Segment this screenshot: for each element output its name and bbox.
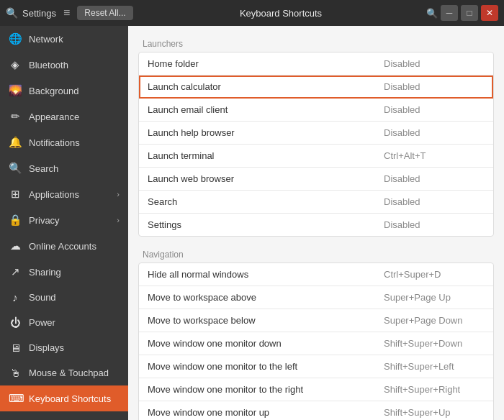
titlebar-search-icon2[interactable]: 🔍 xyxy=(426,8,438,19)
power-icon: ⏻ xyxy=(9,316,22,329)
shortcut-key-launch-terminal: Ctrl+Alt+T xyxy=(384,150,485,161)
sidebar-label-displays: Displays xyxy=(29,342,120,353)
shortcut-row-launch-web[interactable]: Launch web browser Disabled xyxy=(139,168,493,191)
titlebar-left: 🔍 Settings ≡ Reset All... xyxy=(6,5,135,21)
sidebar-label-search: Search xyxy=(29,163,120,174)
close-button[interactable]: ✕ xyxy=(481,5,498,21)
sidebar-item-sound[interactable]: ♪ Sound xyxy=(0,285,128,310)
shortcut-key-workspace-below: Super+Page Down xyxy=(384,315,485,326)
shortcut-table-launchers: Home folder Disabled Launch calculator D… xyxy=(138,52,494,237)
sidebar-label-notifications: Notifications xyxy=(29,137,120,148)
bluetooth-icon: ◈ xyxy=(9,58,22,71)
sidebar-item-background[interactable]: 🌄 Background xyxy=(0,78,128,104)
shortcut-key-launch-web: Disabled xyxy=(384,173,485,184)
sidebar-item-displays[interactable]: 🖥 Displays xyxy=(0,335,128,360)
shortcut-row-window-monitor-left[interactable]: Move window one monitor to the left Shif… xyxy=(139,355,493,378)
shortcut-row-search-shortcut[interactable]: Search Disabled xyxy=(139,191,493,214)
shortcut-row-launch-email[interactable]: Launch email client Disabled xyxy=(139,99,493,122)
shortcut-row-launch-help[interactable]: Launch help browser Disabled xyxy=(139,122,493,145)
displays-icon: 🖥 xyxy=(9,342,22,354)
section-navigation: Navigation Hide all normal windows Ctrl+… xyxy=(138,244,494,420)
sidebar-item-keyboard-shortcuts[interactable]: ⌨ Keyboard Shortcuts xyxy=(0,385,128,411)
keyboard-shortcuts-icon: ⌨ xyxy=(9,392,22,405)
sidebar-label-online-accounts: Online Accounts xyxy=(29,241,120,252)
network-icon: 🌐 xyxy=(9,32,22,45)
shortcut-name-workspace-above: Move to workspace above xyxy=(148,292,384,303)
shortcut-name-settings-shortcut: Settings xyxy=(148,219,384,230)
privacy-icon: 🔒 xyxy=(9,214,22,227)
sidebar-label-power: Power xyxy=(29,317,120,328)
sidebar-item-notifications[interactable]: 🔔 Notifications xyxy=(0,129,128,155)
sidebar-item-privacy[interactable]: 🔒 Privacy › xyxy=(0,207,128,233)
shortcut-row-launch-terminal[interactable]: Launch terminal Ctrl+Alt+T xyxy=(139,145,493,168)
mouse-touchpad-icon: 🖱 xyxy=(9,367,22,379)
app-title: Settings xyxy=(22,8,56,19)
sidebar-label-bluetooth: Bluetooth xyxy=(29,60,120,70)
shortcut-row-window-monitor-up[interactable]: Move window one monitor up Shift+Super+U… xyxy=(139,401,493,420)
section-title-navigation: Navigation xyxy=(138,244,494,262)
shortcut-row-window-monitor-right[interactable]: Move window one monitor to the right Shi… xyxy=(139,378,493,401)
shortcut-row-settings-shortcut[interactable]: Settings Disabled xyxy=(139,214,493,236)
sidebar-item-search[interactable]: 🔍 Search xyxy=(0,155,128,181)
titlebar: 🔍 Settings ≡ Reset All... Keyboard Short… xyxy=(0,0,504,26)
background-icon: 🌄 xyxy=(9,84,22,97)
notifications-icon: 🔔 xyxy=(9,136,22,149)
shortcut-key-window-monitor-right: Shift+Super+Right xyxy=(384,384,485,395)
sidebar-label-appearance: Appearance xyxy=(29,111,120,122)
sidebar-label-sound: Sound xyxy=(29,292,120,303)
sidebar-label-mouse-touchpad: Mouse & Touchpad xyxy=(29,368,120,378)
shortcut-row-workspace-below[interactable]: Move to workspace below Super+Page Down xyxy=(139,309,493,332)
applications-icon: ⊞ xyxy=(9,188,22,201)
menu-button[interactable]: ≡ xyxy=(60,5,73,21)
shortcut-name-home-folder: Home folder xyxy=(148,58,384,69)
sidebar-label-background: Background xyxy=(29,86,120,96)
sidebar-item-appearance[interactable]: ✏ Appearance xyxy=(0,104,128,129)
shortcut-name-hide-windows: Hide all normal windows xyxy=(148,269,384,280)
shortcut-name-window-monitor-right: Move window one monitor to the right xyxy=(148,384,384,395)
sidebar-item-power[interactable]: ⏻ Power xyxy=(0,310,128,335)
sidebar-item-online-accounts[interactable]: ☁ Online Accounts xyxy=(0,233,128,259)
shortcut-row-workspace-above[interactable]: Move to workspace above Super+Page Up xyxy=(139,286,493,309)
shortcut-key-workspace-above: Super+Page Up xyxy=(384,292,485,303)
sharing-icon: ↗ xyxy=(9,265,22,278)
shortcut-name-launch-terminal: Launch terminal xyxy=(148,150,384,161)
sidebar-item-printers[interactable]: 🖨 Printers xyxy=(0,411,128,420)
shortcut-key-window-monitor-up: Shift+Super+Up xyxy=(384,407,485,418)
shortcut-key-window-monitor-left: Shift+Super+Left xyxy=(384,361,485,372)
shortcut-row-home-folder[interactable]: Home folder Disabled xyxy=(139,52,493,76)
sidebar-item-network[interactable]: 🌐 Network xyxy=(0,26,128,52)
reset-button[interactable]: Reset All... xyxy=(77,6,132,20)
minimize-button[interactable]: ─ xyxy=(441,5,458,21)
shortcut-name-window-monitor-left: Move window one monitor to the left xyxy=(148,361,384,372)
section-launchers: Launchers Home folder Disabled Launch ca… xyxy=(138,33,494,237)
shortcut-key-launch-email: Disabled xyxy=(384,104,485,115)
shortcut-key-settings-shortcut: Disabled xyxy=(384,219,485,230)
maximize-button[interactable]: □ xyxy=(461,5,478,21)
shortcut-row-window-monitor-down[interactable]: Move window one monitor down Shift+Super… xyxy=(139,332,493,355)
shortcut-name-search-shortcut: Search xyxy=(148,196,384,207)
sidebar-item-sharing[interactable]: ↗ Sharing xyxy=(0,259,128,285)
shortcut-name-workspace-below: Move to workspace below xyxy=(148,315,384,326)
shortcut-row-hide-windows[interactable]: Hide all normal windows Ctrl+Super+D xyxy=(139,263,493,286)
section-title-launchers: Launchers xyxy=(138,33,494,52)
sidebar-item-bluetooth[interactable]: ◈ Bluetooth xyxy=(0,52,128,78)
window-title: Keyboard Shortcuts xyxy=(141,8,420,19)
shortcut-row-launch-calculator[interactable]: Launch calculator Disabled xyxy=(139,76,493,99)
shortcut-table-navigation: Hide all normal windows Ctrl+Super+D Mov… xyxy=(138,262,494,420)
shortcut-name-launch-calculator: Launch calculator xyxy=(148,81,384,92)
chevron-icon-applications: › xyxy=(117,190,120,198)
window-controls: 🔍 ─ □ ✕ xyxy=(426,5,498,21)
online-accounts-icon: ☁ xyxy=(9,239,22,252)
shortcut-name-window-monitor-up: Move window one monitor up xyxy=(148,407,384,418)
chevron-icon-privacy: › xyxy=(117,216,120,224)
sidebar-label-applications: Applications xyxy=(29,189,109,200)
sidebar-label-privacy: Privacy xyxy=(29,215,109,226)
main-layout: 🌐 Network ◈ Bluetooth 🌄 Background ✏ App… xyxy=(0,26,504,420)
sidebar-label-sharing: Sharing xyxy=(29,267,120,278)
shortcut-name-window-monitor-down: Move window one monitor down xyxy=(148,338,384,349)
sidebar: 🌐 Network ◈ Bluetooth 🌄 Background ✏ App… xyxy=(0,26,128,420)
shortcut-key-hide-windows: Ctrl+Super+D xyxy=(384,269,485,280)
shortcut-key-launch-calculator: Disabled xyxy=(384,81,485,92)
sidebar-item-applications[interactable]: ⊞ Applications › xyxy=(0,181,128,207)
sidebar-item-mouse-touchpad[interactable]: 🖱 Mouse & Touchpad xyxy=(0,360,128,385)
